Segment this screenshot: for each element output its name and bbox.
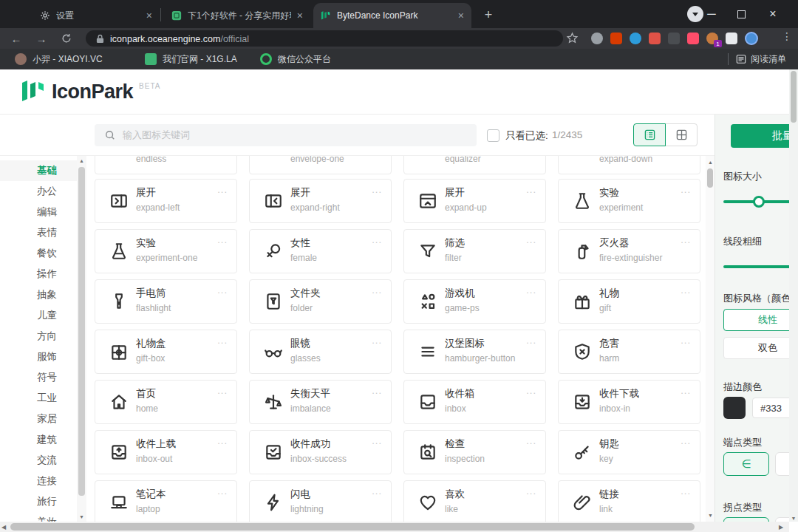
more-actions-icon[interactable]: ... [681,435,691,446]
office-ext-icon[interactable] [610,33,622,44]
more-actions-icon[interactable]: ... [372,234,382,245]
more-actions-icon[interactable]: ... [217,385,228,396]
icon-card[interactable]: 文件夹folder... [249,279,392,324]
icon-card[interactable]: 闪电lightning... [249,480,392,522]
browser-menu-button[interactable]: ⋮ [782,30,792,42]
page-vertical-scrollbar[interactable]: ▼ [789,69,798,522]
tab-close-icon[interactable]: × [146,10,152,21]
sidebar-item-儿童[interactable]: 儿童 [0,305,77,326]
icon-card[interactable]: 汉堡图标hamburger-button... [403,330,546,374]
more-actions-icon[interactable]: ... [526,385,536,396]
icon-card[interactable]: 收件箱inbox... [403,380,546,424]
more-actions-icon[interactable]: ... [217,234,228,245]
icon-size-slider[interactable] [723,200,789,203]
more-actions-icon[interactable]: ... [372,385,382,396]
scrollbar-thumb[interactable] [707,168,713,188]
scroll-left-icon[interactable]: ◀ [1,524,6,531]
browser-tab-2[interactable]: 下1个好软件 - 分享实用好玩有趣× [164,3,310,28]
icon-card[interactable]: 收件上载inbox-out... [95,430,237,474]
stroke-color-swatch[interactable] [723,397,746,419]
more-actions-icon[interactable]: ... [372,435,382,446]
scrollbar-thumb[interactable] [78,167,85,496]
sidebar-item-工业[interactable]: 工业 [0,388,77,409]
sidebar-item-建筑[interactable]: 建筑 [0,429,77,450]
more-actions-icon[interactable]: ... [526,435,536,446]
grid-scrollbar[interactable]: ▲ ▼ [706,156,715,522]
redbox-ext-icon[interactable] [649,33,661,44]
icon-card-partial[interactable]: equalizer [403,156,546,174]
stroke-color-input[interactable]: #333 [752,398,789,418]
browser-tab-1[interactable]: 设置× [33,3,160,28]
more-actions-icon[interactable]: ... [217,184,228,195]
more-actions-icon[interactable]: ... [526,485,536,497]
style-option-two-tone[interactable]: 双色 [723,337,789,359]
window-minimize-button[interactable]: ─ [698,0,725,28]
reading-list-button[interactable]: 阅读清单 [736,49,786,69]
icon-card[interactable]: 收件成功inbox-success... [249,430,392,474]
dim-ext-icon[interactable] [668,33,680,44]
sidebar-item-连接[interactable]: 连接 [0,471,77,491]
list-view-toggle[interactable] [633,123,666,146]
idm-ext-icon[interactable] [630,33,641,44]
icon-card[interactable]: 链接link... [558,480,700,522]
icon-card[interactable]: 实验experiment-one... [95,229,237,273]
scroll-down-icon[interactable]: ▼ [789,516,798,521]
more-actions-icon[interactable]: ... [526,184,536,195]
lightning-ext-icon[interactable] [687,33,699,44]
more-actions-icon[interactable]: ... [217,335,228,346]
sidebar-item-办公[interactable]: 办公 [0,181,77,202]
bookmark-star-button[interactable] [566,32,579,44]
search-input[interactable]: 输入图标关键词 [95,124,477,146]
sidebar-item-方向[interactable]: 方向 [0,326,77,347]
stroke-width-slider[interactable] [723,265,789,268]
icon-card-partial[interactable]: expand-down [558,156,700,174]
more-actions-icon[interactable]: ... [372,335,382,346]
sidebar-scrollbar[interactable]: ▲ ▼ [77,156,86,522]
more-actions-icon[interactable]: ... [526,335,536,346]
tab-close-icon[interactable]: × [458,10,464,21]
endpoint-option-flat[interactable] [775,452,789,476]
cast-ext-icon[interactable] [591,33,603,44]
more-actions-icon[interactable]: ... [681,385,691,396]
sidebar-item-基础[interactable]: 基础 [0,160,77,181]
icon-card[interactable]: 女性female... [249,229,392,273]
sidebar-item-操作[interactable]: 操作 [0,264,77,284]
icon-card[interactable]: 危害harm... [558,330,700,374]
profile-avatar-icon[interactable] [745,32,758,45]
window-close-button[interactable]: × [757,0,788,28]
icon-card[interactable]: 游戏机game-ps... [403,279,546,324]
scrollbar-thumb[interactable] [791,71,797,123]
iconpark-logo[interactable]: IconPark BETA [21,80,160,103]
more-actions-icon[interactable]: ... [681,184,691,195]
new-tab-button[interactable]: + [479,5,498,24]
scroll-down-icon[interactable]: ▼ [77,512,86,522]
icon-card[interactable]: 展开expand-up... [403,179,546,223]
more-actions-icon[interactable]: ... [681,284,691,296]
more-actions-icon[interactable]: ... [681,234,691,245]
icon-card[interactable]: 喜欢like... [403,480,546,522]
sidebar-item-餐饮[interactable]: 餐饮 [0,243,77,264]
puzzle-ext-icon[interactable] [726,33,737,44]
bookmark-item[interactable]: 小羿 - XIAOYI.VC [15,49,103,69]
browser-tab-3[interactable]: ByteDance IconPark× [313,3,471,28]
bookmark-item[interactable]: 微信公众平台 [260,49,331,69]
icon-card[interactable]: 礼物gift... [558,279,700,324]
icon-card[interactable]: 灭火器fire-extinguisher... [558,229,700,273]
window-maximize-button[interactable] [728,0,754,28]
icon-card[interactable]: 眼镜glasses... [249,330,392,374]
scroll-up-icon[interactable]: ▲ [77,156,86,166]
icon-card-partial[interactable]: endless [95,156,237,174]
icon-card[interactable]: 筛选filter... [403,229,546,273]
icon-card[interactable]: 钥匙key... [558,430,700,474]
sidebar-item-交流[interactable]: 交流 [0,450,77,471]
batch-button[interactable]: 批量 [731,124,789,148]
grid-view-toggle[interactable] [665,123,698,146]
icon-card[interactable]: 礼物盒gift-box... [95,330,237,374]
endpoint-option-round[interactable]: ∈ [723,452,769,476]
sidebar-item-家居[interactable]: 家居 [0,409,77,429]
icon-card[interactable]: 展开expand-right... [249,179,392,223]
icon-card[interactable]: 笔记本laptop... [95,480,237,522]
tab-close-icon[interactable]: × [297,10,303,21]
icon-card[interactable]: 检查inspection... [403,430,546,474]
only-selected-checkbox[interactable] [487,129,499,142]
